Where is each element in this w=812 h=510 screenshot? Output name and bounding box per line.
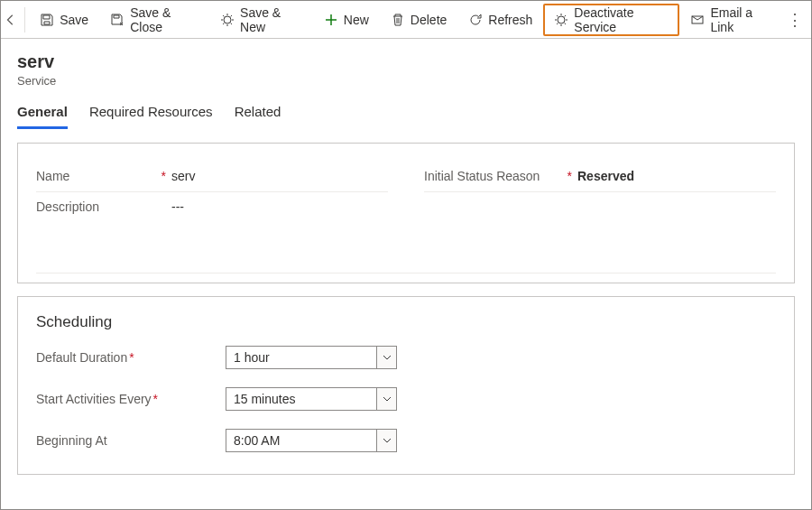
name-field[interactable]: serv [171, 169, 388, 183]
chevron-left-icon [5, 14, 17, 26]
deactivate-label: Deactivate Service [574, 5, 669, 34]
gear-icon [220, 13, 235, 27]
delete-label: Delete [411, 13, 447, 27]
svg-point-1 [558, 16, 565, 23]
toolbar-divider [24, 7, 25, 32]
start-every-label: Start Activities Every* [36, 392, 226, 406]
save-close-icon [110, 13, 125, 27]
beginning-at-label: Beginning At [36, 433, 226, 448]
beginning-at-value: 8:00 AM [234, 433, 280, 448]
refresh-label: Refresh [488, 13, 532, 27]
status-label: Initial Status Reason* [424, 169, 577, 183]
trash-icon [391, 13, 405, 27]
default-duration-value: 1 hour [234, 350, 270, 365]
tab-required-resources[interactable]: Required Resources [89, 100, 213, 129]
scheduling-section: Scheduling Default Duration* 1 hour Star… [17, 296, 795, 475]
refresh-icon [468, 13, 483, 27]
save-new-button[interactable]: Save & New [209, 4, 313, 36]
default-duration-select[interactable]: 1 hour [226, 346, 397, 369]
plus-icon [324, 13, 338, 27]
command-bar: Save Save & Close Save & New New Delete … [1, 1, 811, 39]
description-field[interactable]: --- [171, 199, 776, 214]
record-title: serv [17, 51, 795, 72]
refresh-button[interactable]: Refresh [457, 4, 543, 36]
scheduling-title: Scheduling [36, 313, 776, 331]
general-section: Name* serv Initial Status Reason* Reserv… [17, 143, 795, 283]
beginning-at-select[interactable]: 8:00 AM [226, 429, 397, 452]
new-button[interactable]: New [313, 4, 380, 36]
deactivate-service-button[interactable]: Deactivate Service [543, 4, 679, 36]
chevron-down-icon [376, 430, 396, 451]
email-link-label: Email a Link [710, 5, 771, 34]
save-label: Save [60, 13, 88, 27]
save-close-button[interactable]: Save & Close [99, 4, 209, 36]
new-label: New [344, 13, 369, 27]
svg-point-0 [224, 16, 231, 23]
start-every-value: 15 minutes [234, 392, 295, 406]
record-subtitle: Service [17, 74, 795, 88]
save-button[interactable]: Save [29, 4, 99, 36]
start-every-select[interactable]: 15 minutes [226, 387, 397, 411]
tab-list: General Required Resources Related [1, 100, 811, 130]
chevron-down-icon [376, 388, 396, 410]
initial-status-field[interactable]: Reserved [577, 169, 776, 183]
save-new-label: Save & New [240, 5, 302, 34]
default-duration-label: Default Duration* [36, 350, 226, 365]
delete-button[interactable]: Delete [380, 4, 457, 36]
description-label: Description [36, 199, 171, 214]
tab-related[interactable]: Related [235, 100, 281, 129]
gear-icon [554, 13, 568, 27]
tab-general[interactable]: General [17, 100, 68, 129]
email-link-button[interactable]: Email a Link [679, 4, 782, 36]
email-icon [690, 13, 705, 27]
chevron-down-icon [376, 347, 396, 368]
save-close-label: Save & Close [130, 5, 198, 34]
name-label: Name* [36, 169, 171, 183]
record-header: serv Service [1, 39, 811, 100]
save-icon [40, 13, 54, 27]
back-button[interactable] [5, 14, 21, 26]
overflow-menu-button[interactable]: ⋮ [783, 10, 807, 30]
